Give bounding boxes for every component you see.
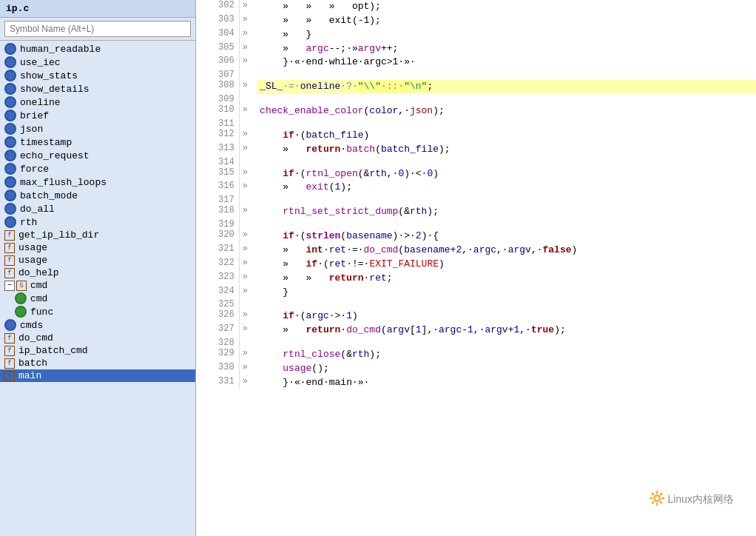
sidebar-item-cmd[interactable]: −Scmd	[0, 279, 195, 292]
line-number: 324	[196, 286, 240, 300]
sidebar-item-use_iec[interactable]: use_iec	[0, 56, 195, 69]
line-arrow	[240, 195, 257, 205]
code-line: 325	[196, 299, 756, 309]
sidebar-item-timestamp[interactable]: timestamp	[0, 135, 195, 149]
sidebar-item-do_all[interactable]: do_all	[0, 202, 195, 215]
line-content: }·«·end·while·argc>1·»·	[257, 56, 756, 70]
line-content: » }	[257, 28, 756, 42]
line-number: 320	[196, 230, 240, 244]
line-content	[257, 94, 756, 104]
sidebar-item-do_cmd[interactable]: fdo_cmd	[0, 332, 195, 344]
sidebar-item-usage1[interactable]: fusage	[0, 241, 195, 254]
line-arrow: »	[240, 244, 257, 258]
sidebar-item-usage2[interactable]: fusage	[0, 254, 195, 267]
line-number: 312	[196, 129, 240, 143]
code-line: 310»check_enable_color(color,·json);	[196, 104, 756, 118]
line-arrow: »	[240, 286, 257, 300]
code-line: 311	[196, 118, 756, 129]
blue-circle-icon	[4, 83, 16, 95]
line-number: 313	[196, 143, 240, 157]
sidebar-item-cmds[interactable]: cmds	[0, 318, 195, 332]
line-content: rtnl_set_strict_dump(&rth);	[257, 205, 756, 219]
sidebar-item-json[interactable]: json	[0, 122, 195, 135]
line-arrow: »	[240, 362, 257, 376]
line-arrow: »	[240, 28, 257, 42]
sidebar-item-batch_mode[interactable]: batch_mode	[0, 189, 195, 202]
code-line: 320» if·(strlen(basename)·>·2)·{	[196, 230, 756, 244]
struct-icon: f	[4, 346, 15, 356]
code-panel[interactable]: 302» » » » opt);303» » » exit(-1);304» »…	[196, 0, 756, 536]
code-line: 331» }·«·end·main·»·	[196, 376, 756, 390]
sidebar-item-oneline[interactable]: oneline	[0, 96, 195, 109]
symbol-search-input[interactable]	[4, 21, 191, 37]
sidebar-item-ip_batch_cmd[interactable]: fip_batch_cmd	[0, 344, 195, 357]
sidebar-item-batch[interactable]: fbatch	[0, 357, 195, 369]
code-line: 302» » » » opt);	[196, 0, 756, 14]
sidebar-item-max_flush_loops[interactable]: max_flush_loops	[0, 175, 195, 189]
blue-circle-icon	[4, 319, 16, 331]
line-arrow	[240, 219, 257, 230]
code-line: 327» » return·do_cmd(argv[1],·argc-1,·ar…	[196, 324, 756, 338]
sidebar-item-label: oneline	[20, 97, 61, 108]
sidebar-item-label: max_flush_loops	[20, 177, 107, 188]
line-arrow: »	[240, 272, 257, 286]
line-arrow	[240, 118, 257, 129]
sidebar-item-cmd_child1[interactable]: cmd	[0, 292, 195, 305]
code-line: 315» if·(rtnl_open(&rth,·0)·<·0)	[196, 167, 756, 181]
sidebar-item-get_ip_lib_dir[interactable]: fget_ip_lib_dir	[0, 229, 195, 241]
line-number: 317	[196, 195, 240, 205]
line-arrow: »	[240, 230, 257, 244]
sidebar-item-show_stats[interactable]: show_stats	[0, 69, 195, 82]
sidebar-item-cmd_child2[interactable]: func	[0, 305, 195, 318]
line-content: » return·batch(batch_file);	[257, 143, 756, 157]
blue-circle-icon	[4, 123, 16, 135]
sidebar-item-echo_request[interactable]: echo_request	[0, 149, 195, 162]
tree-expand-icon[interactable]: −	[4, 281, 15, 291]
code-line: 321» » int·ret·=·do_cmd(basename+2,·argc…	[196, 244, 756, 258]
sidebar-item-label: do_help	[18, 267, 59, 278]
blue-circle-icon	[4, 190, 16, 201]
line-content: if·(argc·>·1)	[257, 309, 756, 324]
line-arrow: »	[240, 143, 257, 157]
sidebar-item-do_help[interactable]: fdo_help	[0, 267, 195, 279]
code-line: 324» }	[196, 286, 756, 300]
struct-icon: f	[4, 358, 15, 369]
code-line: 313» » return·batch(batch_file);	[196, 143, 756, 157]
line-number: 328	[196, 338, 240, 348]
struct-icon: f	[4, 243, 15, 253]
code-line: 317	[196, 195, 756, 205]
sidebar-item-main[interactable]: fmain	[0, 369, 195, 382]
line-number: 321	[196, 244, 240, 258]
line-arrow: »	[240, 56, 257, 70]
blue-circle-icon	[4, 96, 16, 108]
line-number: 304	[196, 28, 240, 42]
line-arrow: »	[240, 309, 257, 324]
code-line: 306» }·«·end·while·argc>1·»·	[196, 56, 756, 70]
line-arrow	[240, 157, 257, 167]
sidebar-item-brief[interactable]: brief	[0, 109, 195, 122]
sidebar-item-label: do_all	[20, 204, 55, 215]
blue-circle-icon	[4, 56, 16, 68]
line-number: 319	[196, 219, 240, 230]
line-content: _SL_·=·oneline·?·"\\"·::·"\n";	[257, 80, 756, 94]
sidebar-item-force[interactable]: force	[0, 162, 195, 175]
line-number: 330	[196, 362, 240, 376]
sidebar-item-label: batch	[18, 358, 47, 369]
line-content: » int·ret·=·do_cmd(basename+2,·argc,·arg…	[257, 244, 756, 258]
line-arrow	[240, 94, 257, 104]
line-content: » argc--;·»argv++;	[257, 42, 756, 56]
sidebar-item-show_details[interactable]: show_details	[0, 82, 195, 96]
line-content: » » » opt);	[257, 0, 756, 14]
sidebar-item-human_readable[interactable]: human_readable	[0, 42, 195, 56]
line-number: 331	[196, 376, 240, 390]
line-content: usage();	[257, 362, 756, 376]
line-arrow: »	[240, 80, 257, 94]
line-number: 314	[196, 157, 240, 167]
sidebar-item-rth[interactable]: rth	[0, 215, 195, 229]
sidebar-item-label: cmd	[30, 293, 47, 304]
line-content: rtnl_close(&rth);	[257, 348, 756, 362]
line-number: 307	[196, 70, 240, 80]
struct-icon: f	[4, 333, 15, 344]
line-content: » if·(ret·!=·EXIT_FAILURE)	[257, 258, 756, 272]
line-content	[257, 219, 756, 230]
